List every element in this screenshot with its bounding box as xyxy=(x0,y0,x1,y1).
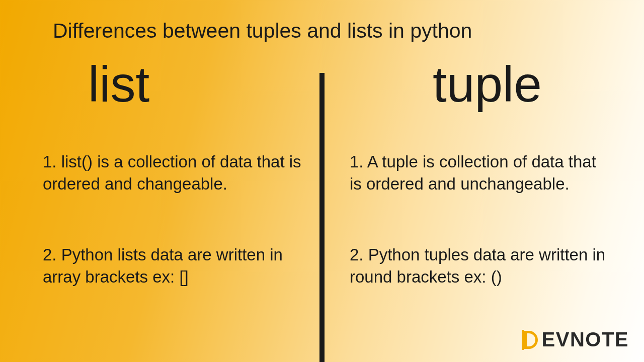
logo-d-icon xyxy=(522,330,541,350)
devnote-logo: EVNOTE xyxy=(522,328,629,351)
tuple-heading: tuple xyxy=(433,55,542,113)
tuple-point-2: 2. Python tuples data are written in rou… xyxy=(350,244,611,288)
page-title: Differences between tuples and lists in … xyxy=(53,19,472,43)
vertical-divider xyxy=(319,73,325,362)
tuple-point-1: 1. A tuple is collection of data that is… xyxy=(350,151,611,195)
list-point-2: 2. Python lists data are written in arra… xyxy=(43,244,304,288)
list-point-1: 1. list() is a collection of data that i… xyxy=(43,151,304,195)
logo-text: EVNOTE xyxy=(542,328,629,351)
list-heading: list xyxy=(88,55,149,113)
